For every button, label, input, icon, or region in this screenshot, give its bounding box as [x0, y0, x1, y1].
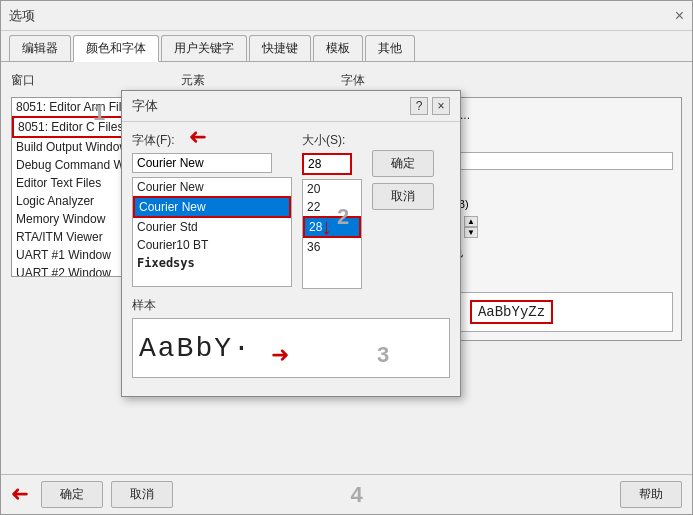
dialog-ok-button[interactable]: 确定	[372, 150, 434, 177]
size-input[interactable]: 28	[302, 153, 352, 175]
bg-spin-up[interactable]: ▲	[464, 216, 478, 227]
tab-user-keywords[interactable]: 用户关键字	[161, 35, 247, 61]
font-list-item[interactable]: Courier New	[133, 178, 291, 196]
font-settings-title: 字体	[341, 72, 682, 89]
main-window: 选项 × 编辑器 颜色和字体 用户关键字 快捷键 模板 其他 窗口 8051: …	[0, 0, 693, 515]
dialog-sample-label: 样本	[132, 297, 450, 314]
dialog-close-button[interactable]: ×	[432, 97, 450, 115]
tab-editor[interactable]: 编辑器	[9, 35, 71, 61]
dialog-btn-col: 确定 取消	[372, 132, 434, 289]
font-col-label: 字体(F):	[132, 132, 292, 149]
arrow4-icon: ➜	[11, 481, 29, 508]
tab-bar: 编辑器 颜色和字体 用户关键字 快捷键 模板 其他	[1, 31, 692, 62]
window-panel-title: 窗口	[11, 72, 171, 89]
font-list-item[interactable]: Courier Std	[133, 218, 291, 236]
bg-spin[interactable]: ▲ ▼	[464, 216, 478, 238]
font-dialog: 字体 ? × 字体(F): Courier New Courier New Co…	[121, 90, 461, 397]
dialog-fields-row: 字体(F): Courier New Courier New Courier N…	[132, 132, 450, 289]
elements-panel-title: 元素	[181, 72, 331, 89]
font-list-item-selected[interactable]: Courier New	[133, 196, 291, 218]
bottom-left-buttons: ➜ 确定 取消	[11, 481, 173, 508]
size-col-label: 大小(S):	[302, 132, 362, 149]
font-col: 字体(F): Courier New Courier New Courier N…	[132, 132, 292, 289]
window-title: 选项	[9, 7, 35, 25]
badge-4: 4	[350, 482, 362, 508]
size-list[interactable]: 20 22 28 36	[302, 179, 362, 289]
font-list-item[interactable]: Fixedsys	[133, 254, 291, 272]
tab-shortcuts[interactable]: 快捷键	[249, 35, 311, 61]
dialog-cancel-button[interactable]: 取消	[372, 183, 434, 210]
dialog-title-text: 字体	[132, 97, 158, 115]
dialog-title-bar: 字体 ? ×	[122, 91, 460, 122]
size-list-item[interactable]: 36	[303, 238, 361, 256]
tab-other[interactable]: 其他	[365, 35, 415, 61]
close-button[interactable]: ×	[675, 7, 684, 25]
dialog-body: 字体(F): Courier New Courier New Courier N…	[122, 122, 460, 396]
dialog-controls: ? ×	[410, 97, 450, 115]
dialog-sample-text: AaBbY·	[139, 333, 252, 364]
bg-spin-down[interactable]: ▼	[464, 227, 478, 238]
tab-templates[interactable]: 模板	[313, 35, 363, 61]
font-name-input[interactable]: Courier New	[132, 153, 272, 173]
sample-text: AaBbYyZz	[470, 300, 553, 324]
dialog-sample-box: AaBbY·	[132, 318, 450, 378]
size-list-item[interactable]: 20	[303, 180, 361, 198]
tab-colors-fonts[interactable]: 颜色和字体	[73, 35, 159, 62]
title-bar: 选项 ×	[1, 1, 692, 31]
font-list-item[interactable]: Courier10 BT	[133, 236, 291, 254]
main-content: 窗口 8051: Editor Arm Files 8051: Editor C…	[1, 62, 692, 474]
font-list[interactable]: Courier New Courier New Courier Std Cour…	[132, 177, 292, 287]
help-button[interactable]: 帮助	[620, 481, 682, 508]
cancel-button[interactable]: 取消	[111, 481, 173, 508]
size-list-item[interactable]: 22	[303, 198, 361, 216]
size-list-item-selected[interactable]: 28	[303, 216, 361, 238]
bottom-bar: ➜ 确定 取消 4 帮助	[1, 474, 692, 514]
ok-button[interactable]: 确定	[41, 481, 103, 508]
dialog-help-button[interactable]: ?	[410, 97, 428, 115]
size-col: 大小(S): 28 20 22 28 36	[302, 132, 362, 289]
